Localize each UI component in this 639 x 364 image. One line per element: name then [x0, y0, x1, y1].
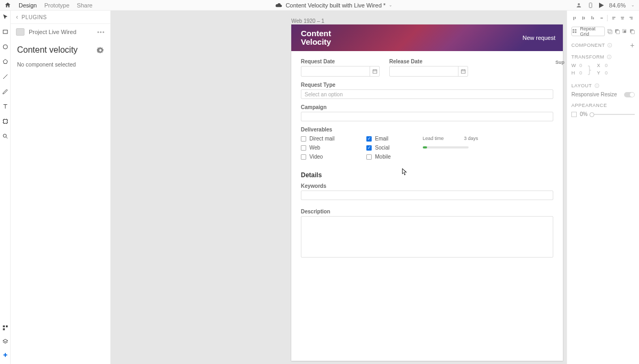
tab-design[interactable]: Design	[19, 2, 37, 9]
checkbox-video[interactable]: Video	[301, 154, 334, 160]
device-icon[interactable]	[587, 2, 594, 9]
distribute-v-icon[interactable]	[599, 15, 605, 21]
svg-rect-18	[616, 30, 619, 34]
opacity-value[interactable]: 0%	[580, 111, 587, 117]
sup-label: Sup	[555, 60, 564, 65]
repeat-grid-button[interactable]: Repeat Grid	[571, 27, 605, 36]
campaign-label: Campaign	[301, 104, 553, 110]
align-hcenter-icon[interactable]	[619, 15, 626, 21]
lead-time-value: 3 days	[464, 136, 478, 141]
asset-name: Project Live Wired	[29, 29, 76, 35]
calendar-icon	[372, 69, 378, 74]
request-date-input[interactable]	[301, 66, 380, 77]
zoom-level[interactable]: 84.6%	[609, 2, 626, 9]
height-value[interactable]: 0	[579, 70, 582, 76]
transform-section-label: TRANSFORM	[571, 54, 604, 60]
new-request-link[interactable]: New request	[522, 35, 555, 41]
width-value[interactable]: 0	[579, 63, 582, 68]
opacity-icon	[571, 112, 577, 117]
canvas[interactable]: Web 1920 – 1 ContentVelocity New request…	[111, 11, 567, 364]
svg-rect-14	[575, 31, 577, 33]
description-textarea[interactable]	[301, 216, 553, 258]
subtract-op-icon[interactable]	[615, 28, 620, 35]
user-icon[interactable]	[576, 2, 582, 9]
ellipse-tool-icon[interactable]	[2, 44, 9, 50]
rectangle-tool-icon[interactable]	[2, 29, 9, 35]
zoom-chevron-icon[interactable]: ⌄	[631, 3, 635, 7]
y-value[interactable]: 0	[605, 70, 608, 76]
calendar-icon	[461, 69, 466, 74]
exclude-op-icon[interactable]	[629, 28, 635, 35]
align-top-icon[interactable]	[571, 15, 578, 21]
plugins-icon[interactable]	[2, 352, 9, 359]
component-section-label: COMPONENT	[571, 43, 605, 48]
chevron-down-icon[interactable]: ⌄	[389, 3, 392, 7]
svg-point-3	[3, 45, 7, 49]
artboard-1[interactable]: ContentVelocity New request Request Date…	[291, 24, 563, 361]
back-chevron-icon[interactable]: ‹	[16, 13, 19, 21]
request-date-label: Request Date	[301, 59, 380, 64]
svg-rect-9	[373, 70, 377, 73]
tool-rail	[0, 11, 11, 364]
svg-rect-6	[3, 326, 5, 328]
select-tool-icon[interactable]	[2, 14, 9, 20]
info-icon[interactable]	[607, 54, 612, 60]
play-icon[interactable]	[599, 3, 604, 8]
checkbox-social[interactable]: Social	[366, 145, 390, 151]
x-value[interactable]: 0	[605, 63, 608, 68]
svg-rect-7	[6, 326, 8, 328]
add-component-icon[interactable]: +	[630, 42, 635, 49]
request-type-select[interactable]: Select an option	[301, 89, 553, 99]
svg-rect-1	[589, 3, 592, 7]
svg-rect-16	[609, 30, 612, 34]
campaign-input[interactable]	[301, 112, 553, 121]
artboard-label[interactable]: Web 1920 – 1	[291, 18, 324, 24]
intersect-op-icon[interactable]	[622, 28, 627, 35]
calendar-button[interactable]	[370, 66, 379, 77]
plugin-asset-row[interactable]: Project Live Wired •••	[11, 24, 110, 40]
svg-point-0	[578, 3, 580, 5]
svg-rect-10	[461, 70, 465, 73]
text-tool-icon[interactable]	[2, 103, 9, 110]
home-icon[interactable]	[4, 2, 11, 9]
align-vcenter-icon[interactable]	[580, 15, 587, 21]
pen-tool-icon[interactable]	[2, 88, 9, 95]
no-selection-message: No component selected	[11, 57, 110, 72]
checkbox-web[interactable]: Web	[301, 145, 334, 151]
tab-share[interactable]: Share	[77, 2, 92, 9]
layers-icon[interactable]	[2, 338, 9, 345]
calendar-button[interactable]	[458, 66, 468, 77]
svg-point-5	[3, 134, 6, 137]
keywords-input[interactable]	[301, 191, 553, 200]
release-date-input[interactable]	[389, 66, 468, 77]
app-header: ContentVelocity New request	[291, 24, 563, 51]
align-bottom-icon[interactable]	[589, 15, 596, 21]
opacity-slider[interactable]	[591, 114, 635, 115]
info-icon[interactable]	[607, 43, 612, 48]
align-left-icon[interactable]	[610, 15, 617, 21]
lock-aspect-icon[interactable]	[587, 65, 592, 76]
lead-time-bar	[423, 146, 469, 148]
line-tool-icon[interactable]	[2, 73, 9, 80]
artboard-tool-icon[interactable]	[2, 118, 9, 125]
checkbox-mobile[interactable]: Mobile	[366, 154, 390, 160]
assets-icon[interactable]	[2, 325, 9, 331]
add-op-icon[interactable]	[607, 28, 612, 35]
responsive-toggle[interactable]	[624, 92, 635, 97]
zoom-tool-icon[interactable]	[2, 133, 9, 139]
description-label: Description	[301, 209, 553, 214]
svg-rect-12	[575, 29, 577, 31]
document-name[interactable]: Content Velocity built with Live Wired *	[285, 2, 386, 9]
checkbox-direct-mail[interactable]: Direct mail	[301, 136, 334, 142]
asset-more-icon[interactable]: •••	[97, 29, 105, 35]
align-right-icon[interactable]	[628, 15, 635, 21]
appearance-section-label: APPEARANCE	[571, 103, 607, 108]
keywords-label: Keywords	[301, 183, 553, 189]
info-icon[interactable]	[594, 83, 600, 88]
gear-icon[interactable]	[97, 47, 104, 54]
tab-prototype[interactable]: Prototype	[44, 2, 69, 9]
checkbox-email[interactable]: Email	[366, 136, 390, 142]
properties-panel: Repeat Grid COMPONENT + TRANSFORM W0 H0 …	[567, 11, 639, 364]
responsive-resize-label: Responsive Resize	[571, 92, 617, 97]
polygon-tool-icon[interactable]	[2, 59, 9, 65]
